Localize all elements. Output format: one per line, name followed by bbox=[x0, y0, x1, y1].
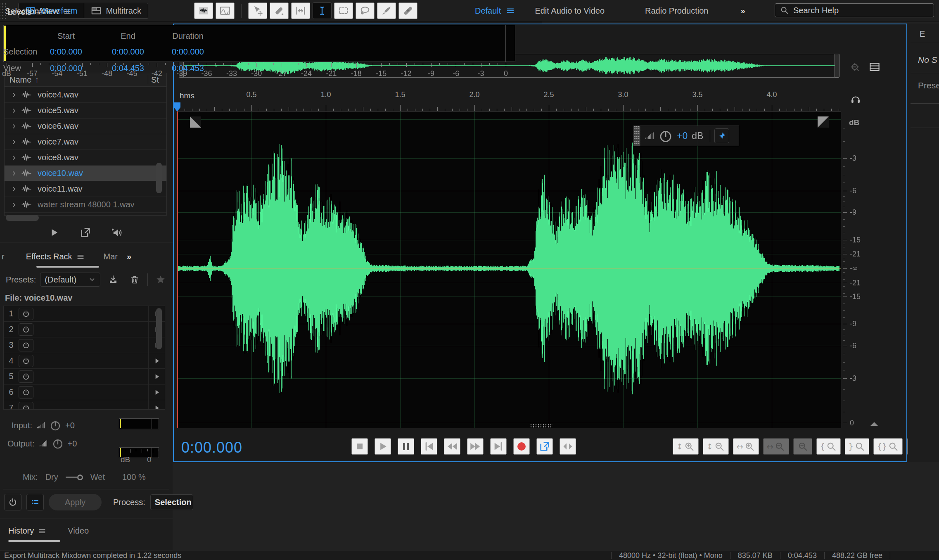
selection-view-value[interactable]: 0:00.000 bbox=[50, 47, 82, 57]
selection-view-value[interactable]: 0:04.453 bbox=[112, 64, 144, 73]
tab-effects-rack[interactable]: Effects Rack bbox=[26, 252, 85, 261]
file-row[interactable]: voice10.wav bbox=[5, 166, 166, 181]
output-gain-knob[interactable] bbox=[52, 438, 64, 449]
effect-power-button[interactable] bbox=[19, 323, 33, 336]
effect-slot-arrow-icon[interactable] bbox=[148, 369, 165, 384]
spectral-view[interactable] bbox=[216, 2, 235, 19]
process-select[interactable]: Selection bbox=[150, 494, 193, 510]
file-row[interactable]: voice4.wav bbox=[5, 87, 166, 103]
files-scrollbar[interactable] bbox=[156, 163, 162, 193]
files-hscrollbar[interactable] bbox=[6, 215, 39, 221]
hud-gain-knob[interactable] bbox=[659, 129, 673, 143]
search-help-box[interactable] bbox=[775, 3, 934, 17]
input-gain-knob[interactable] bbox=[50, 420, 61, 431]
effect-slot[interactable]: 4 bbox=[4, 353, 165, 369]
play-button[interactable] bbox=[45, 225, 63, 240]
skip-to-start-button[interactable] bbox=[421, 438, 437, 455]
workspace-radio-production[interactable]: Radio Production bbox=[645, 6, 708, 16]
delete-preset-button[interactable] bbox=[126, 273, 143, 287]
selection-view-value[interactable]: 0:00.000 bbox=[172, 47, 204, 57]
effect-power-button[interactable] bbox=[19, 386, 33, 399]
preset-select[interactable]: (Default) bbox=[40, 273, 100, 287]
waveform-hscroll-handle[interactable] bbox=[530, 424, 553, 428]
hud-pin-button[interactable] bbox=[714, 128, 729, 143]
rewind-button[interactable] bbox=[444, 438, 460, 455]
heads-up-display[interactable]: +0 dB bbox=[633, 126, 739, 146]
skip-to-end-button[interactable] bbox=[490, 438, 507, 455]
spot-healing-brush-tool[interactable] bbox=[398, 2, 417, 19]
chevron-right-icon[interactable] bbox=[7, 107, 21, 114]
time-display[interactable]: 0:00.000 bbox=[181, 439, 242, 456]
effect-slot-arrow-icon[interactable] bbox=[148, 400, 165, 410]
zoom-reset-button[interactable] bbox=[793, 438, 812, 455]
zoom-reset-overview-icon[interactable] bbox=[849, 61, 861, 73]
effect-slot[interactable]: 5 bbox=[4, 369, 165, 384]
apply-button[interactable]: Apply bbox=[49, 494, 102, 510]
effect-power-button[interactable] bbox=[19, 308, 33, 320]
loop-playback-button[interactable] bbox=[77, 225, 94, 240]
skip-arrows-button[interactable] bbox=[560, 438, 576, 455]
chevron-right-icon[interactable] bbox=[7, 123, 21, 130]
effect-slot[interactable]: 3 bbox=[4, 337, 165, 353]
right-strip-tab[interactable]: E bbox=[920, 29, 925, 39]
amplitude-db-scale[interactable]: dB -3-6-9-15-21-∞-21-15-9-6-30 bbox=[843, 112, 881, 428]
play-button[interactable] bbox=[375, 438, 391, 455]
mix-value[interactable]: 100 % bbox=[122, 472, 146, 482]
waveform-display[interactable]: +0 dB bbox=[177, 112, 841, 428]
favorite-star-icon[interactable] bbox=[152, 273, 169, 287]
effect-slot[interactable]: 1 bbox=[4, 306, 165, 322]
lasso-selection-tool[interactable] bbox=[356, 2, 375, 19]
effect-power-button[interactable] bbox=[19, 370, 33, 383]
tab-video[interactable]: Video bbox=[68, 526, 89, 536]
chevron-right-icon[interactable] bbox=[7, 154, 21, 161]
effects-rack-menu-icon[interactable] bbox=[76, 253, 85, 261]
effect-slot-arrow-icon[interactable] bbox=[148, 384, 165, 400]
stop-button[interactable] bbox=[351, 438, 368, 455]
chevron-right-icon[interactable] bbox=[7, 91, 21, 99]
effect-power-button[interactable] bbox=[19, 402, 33, 410]
zoom-in-horizontal-button[interactable]: ↔ bbox=[733, 438, 759, 455]
workspace-overflow-chevrons[interactable]: » bbox=[740, 6, 745, 16]
monitor-headphones-icon[interactable] bbox=[850, 94, 861, 104]
output-gain-value[interactable]: +0 bbox=[68, 439, 77, 448]
auto-play-button[interactable] bbox=[108, 225, 126, 240]
layers-list-icon[interactable] bbox=[868, 61, 881, 73]
zoom-in-vertical-button[interactable]: ↕ bbox=[673, 438, 699, 455]
effect-slot[interactable]: 6 bbox=[4, 384, 165, 400]
hud-gain-value[interactable]: +0 bbox=[677, 131, 688, 142]
file-row[interactable]: voice8.wav bbox=[5, 150, 166, 166]
loop-playback-button[interactable] bbox=[536, 438, 553, 455]
time-selection-tool[interactable] bbox=[313, 2, 332, 19]
multitrack-mode-button[interactable]: Multitrack bbox=[84, 3, 148, 19]
fade-out-handle[interactable] bbox=[818, 116, 829, 128]
razor-tool[interactable] bbox=[270, 2, 289, 19]
tab-history[interactable]: History bbox=[8, 526, 46, 536]
input-gain-value[interactable]: +0 bbox=[65, 421, 75, 430]
selection-view-value[interactable]: 0:00.000 bbox=[50, 64, 82, 73]
scroll-up-arrow[interactable] bbox=[870, 422, 878, 426]
chevron-right-icon[interactable] bbox=[7, 185, 21, 193]
zoom-in-at-in-point-button[interactable]: { bbox=[816, 438, 841, 455]
effect-slot[interactable]: 7 bbox=[4, 400, 165, 410]
panel-overflow-chevrons[interactable]: » bbox=[127, 252, 131, 261]
chevron-right-icon[interactable] bbox=[7, 138, 21, 146]
workspace-edit-audio-to-video[interactable]: Edit Audio to Video bbox=[535, 6, 605, 16]
effect-power-button[interactable] bbox=[19, 339, 33, 351]
record-button[interactable] bbox=[513, 438, 530, 455]
fade-in-handle[interactable] bbox=[190, 116, 201, 128]
hud-grip[interactable] bbox=[634, 126, 640, 146]
tab-markers[interactable]: Mar bbox=[104, 252, 118, 261]
file-row-partial[interactable]: water stream 48000 1.wav bbox=[5, 197, 166, 213]
overview-right-handle[interactable] bbox=[835, 54, 839, 78]
marquee-selection-tool[interactable] bbox=[334, 2, 353, 19]
zoom-to-selection-button[interactable]: {} bbox=[873, 438, 903, 455]
rack-list-toggle-button[interactable] bbox=[26, 494, 44, 510]
selection-view-value[interactable]: 0:04.453 bbox=[172, 64, 204, 73]
waveform-view[interactable] bbox=[194, 2, 213, 19]
tab-clipped[interactable]: r bbox=[2, 252, 5, 261]
zoom-out-vertical-button[interactable]: ↕ bbox=[703, 438, 729, 455]
fast-forward-button[interactable] bbox=[467, 438, 484, 455]
effects-scrollbar[interactable] bbox=[156, 308, 162, 349]
move-tool[interactable] bbox=[248, 2, 267, 19]
file-row[interactable]: voice11.wav bbox=[5, 181, 166, 197]
